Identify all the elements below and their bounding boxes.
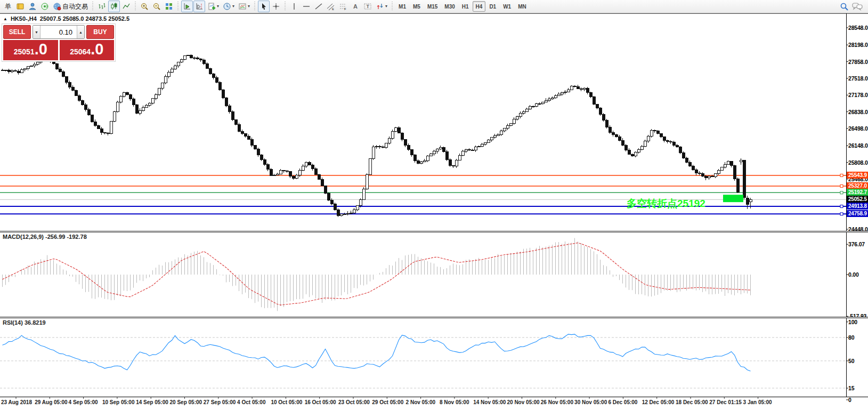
zoom-out-icon <box>152 2 161 11</box>
svg-text:A: A <box>353 3 358 10</box>
tf-h1-button[interactable]: H1 <box>459 1 472 12</box>
toolbar-grip <box>391 2 394 11</box>
new-order-button[interactable]: 单 <box>2 1 14 12</box>
rsi-tick-label: 50 <box>848 358 854 364</box>
zoom-in-button[interactable] <box>139 1 150 12</box>
chart-bars-button[interactable] <box>96 1 108 12</box>
chart-canvas[interactable] <box>0 0 868 410</box>
auto-scroll-icon <box>183 2 191 11</box>
text-button[interactable]: A <box>350 1 361 12</box>
time-axis-label: 20 Nov 05:00 <box>507 399 540 405</box>
volume-input[interactable]: 0.10 <box>40 26 77 38</box>
chat-icon[interactable] <box>852 2 863 11</box>
volume-down-button[interactable]: ▼ <box>33 26 40 38</box>
chart-shift-button[interactable] <box>193 1 205 12</box>
zoom-out-button[interactable] <box>151 1 163 12</box>
rsi-label: RSI(14) 36.8219 <box>3 319 46 326</box>
tf-m15-button[interactable]: M15 <box>424 1 441 12</box>
mt4-window: 单 自动交易 ▾ ▾ ▾ E F A T ▾ M1M5M15M <box>0 0 868 410</box>
time-axis-label: 6 Dec 05:00 <box>608 399 637 405</box>
macd-histogram <box>3 238 751 311</box>
zoom-in-icon <box>140 2 149 11</box>
add-indicator-button[interactable]: ▾ <box>206 1 221 12</box>
toolbar: 单 自动交易 ▾ ▾ ▾ E F A T ▾ M1M5M15M <box>0 0 868 13</box>
time-axis-label: 27 Dec 01:15 <box>709 399 742 405</box>
time-axis-label: 20 Sep 05:00 <box>170 399 202 405</box>
tf-m5-button[interactable]: M5 <box>410 1 424 12</box>
toolbar-right <box>840 2 866 11</box>
horizontal-line-button[interactable] <box>301 1 312 12</box>
price-tick-label: 25808.0 <box>848 159 868 166</box>
time-axis-label: 30 Nov 05:00 <box>574 399 607 405</box>
tf-m30-button[interactable]: M30 <box>441 1 458 12</box>
arrows-button[interactable]: ▾ <box>374 1 389 12</box>
signals-button[interactable] <box>39 1 51 12</box>
chevron-down-icon: ▾ <box>217 4 219 9</box>
hline-price-label: 24913.8 <box>847 203 868 210</box>
buy-price-box[interactable]: 25064 .0 <box>60 40 115 60</box>
trendline-button[interactable] <box>313 1 325 12</box>
time-axis-label: 8 Nov 05:00 <box>440 399 469 405</box>
svg-text:T: T <box>367 4 370 9</box>
toolbar-grip <box>134 2 137 11</box>
cursor-button[interactable] <box>258 1 270 12</box>
highlight-rect[interactable] <box>723 195 743 202</box>
tf-m1-button[interactable]: M1 <box>395 1 409 12</box>
text-label-button[interactable]: T <box>362 1 374 12</box>
time-axis-label: 4 Oct 05:00 <box>237 399 265 405</box>
auto-scroll-button[interactable] <box>181 1 193 12</box>
buy-price-pips: .0 <box>91 42 103 56</box>
tf-d1-button[interactable]: D1 <box>486 1 499 12</box>
rsi-tick-label: 80 <box>848 334 854 341</box>
fibonacci-button[interactable]: F <box>337 1 349 12</box>
annotation-text[interactable]: 多空转折点25192 <box>627 197 705 211</box>
trade-panel-top-row: SELL ▼ 0.10 ▲ BUY <box>3 25 114 39</box>
buy-button[interactable]: BUY <box>86 25 114 39</box>
collapse-icon[interactable]: ▲ <box>3 17 7 21</box>
search-icon[interactable] <box>840 2 849 11</box>
price-tick-label: 27858.0 <box>848 59 868 65</box>
time-axis-label: 4 Sep 05:00 <box>69 399 98 405</box>
fibonacci-icon: F <box>339 2 347 11</box>
pane-separator-macd[interactable] <box>0 231 868 232</box>
cursor-icon <box>259 2 268 11</box>
macd-tick-label: 0.00 <box>848 271 859 278</box>
volume-up-button[interactable]: ▲ <box>77 26 84 38</box>
sell-button[interactable]: SELL <box>3 25 31 39</box>
templates-button[interactable]: ▾ <box>237 1 252 12</box>
channel-icon: E <box>327 2 335 11</box>
crosshair-button[interactable] <box>270 1 282 12</box>
channel-button[interactable]: E <box>325 1 337 12</box>
vertical-line-button[interactable] <box>288 1 300 12</box>
tf-mn-button[interactable]: MN <box>515 1 530 12</box>
accounts-button[interactable] <box>27 1 38 12</box>
trendline-icon <box>314 2 323 11</box>
symbol-period-label: HK50-,H4 <box>11 15 37 22</box>
time-axis-label: 18 Dec 05:00 <box>676 399 708 405</box>
svg-text:E: E <box>332 7 334 11</box>
arrows-icon <box>376 2 384 11</box>
time-axis-label: 23 Oct 05:00 <box>338 399 370 405</box>
tile-windows-button[interactable] <box>163 1 175 12</box>
journal-icon <box>16 2 25 11</box>
chart-bars-icon <box>98 2 106 11</box>
tf-h4-button[interactable]: H4 <box>473 1 486 12</box>
price-tick-label: 26148.0 <box>848 142 868 149</box>
text-label-icon: T <box>363 2 372 11</box>
chart-candles-button[interactable] <box>108 1 120 12</box>
tf-w1-button[interactable]: W1 <box>500 1 514 12</box>
sell-price-box[interactable]: 25051 .0 <box>3 40 58 60</box>
chart-line-button[interactable] <box>120 1 132 12</box>
journal-button[interactable] <box>14 1 26 12</box>
price-tick-label: 26498.0 <box>848 125 868 132</box>
pane-separator-rsi[interactable] <box>0 317 868 318</box>
periods-button[interactable]: ▾ <box>221 1 236 12</box>
horizontal-lines[interactable] <box>0 174 846 215</box>
time-axis-label: 2 Nov 05:00 <box>406 399 436 405</box>
chart-shift-icon <box>195 2 204 11</box>
autotrading-button[interactable]: 自动交易 <box>51 1 90 12</box>
chevron-down-icon: ▾ <box>232 4 234 9</box>
svg-text:F: F <box>344 7 346 11</box>
time-axis-line <box>0 397 868 397</box>
toolbar-grip <box>176 2 180 11</box>
